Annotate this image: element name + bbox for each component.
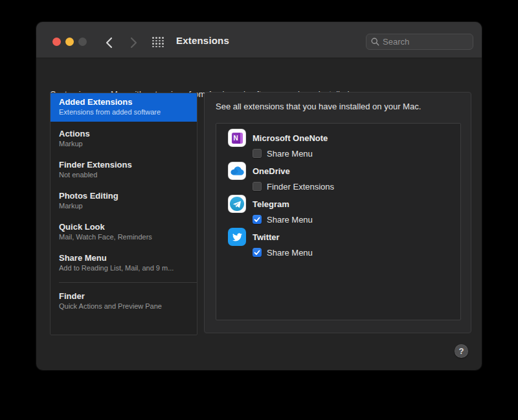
close-window-button[interactable] xyxy=(52,38,61,46)
search-icon xyxy=(371,38,379,46)
cloud-icon xyxy=(231,166,244,175)
sidebar-item-title: Finder xyxy=(59,291,190,302)
sidebar-item-added-extensions[interactable]: Added Extensions Extensions from added s… xyxy=(51,93,197,122)
content-header: See all extensions that you have install… xyxy=(216,102,421,111)
installed-extensions-list: N Microsoft OneNote Share Menu xyxy=(216,123,461,320)
extension-row-twitter: Twitter Share Menu xyxy=(228,228,460,258)
sidebar-item-photos-editing[interactable]: Photos Editing Markup xyxy=(51,186,197,215)
sidebar-item-subtitle: Not enabled xyxy=(59,170,190,179)
checkbox-checked[interactable] xyxy=(253,215,262,224)
twitter-icon xyxy=(228,228,246,246)
checkbox-checked[interactable] xyxy=(253,248,262,257)
help-button[interactable]: ? xyxy=(455,344,468,358)
sidebar-item-title: Photos Editing xyxy=(59,190,190,201)
option-label: Share Menu xyxy=(267,149,313,159)
forward-button[interactable] xyxy=(126,34,141,51)
added-extensions-panel: See all extensions that you have install… xyxy=(204,92,471,333)
telegram-icon xyxy=(228,195,246,213)
onenote-share-menu-option[interactable]: Share Menu xyxy=(253,148,460,159)
sidebar-item-quick-look[interactable]: Quick Look Mail, Watch Face, Reminders xyxy=(51,217,197,246)
chevron-right-icon xyxy=(130,37,137,49)
extension-category-list: Added Extensions Extensions from added s… xyxy=(50,93,197,335)
extension-name: Twitter xyxy=(253,232,280,242)
extension-name: OneDrive xyxy=(253,166,290,176)
twitter-bird-icon xyxy=(232,232,243,242)
extension-row-telegram: Telegram Share Menu xyxy=(228,195,460,225)
zoom-window-button-disabled[interactable] xyxy=(78,38,87,46)
checkmark-icon xyxy=(254,217,260,223)
sidebar-item-subtitle: Quick Actions and Preview Pane xyxy=(59,302,190,311)
sidebar-item-finder-extensions[interactable]: Finder Extensions Not enabled xyxy=(51,155,197,184)
sidebar-item-title: Share Menu xyxy=(59,252,190,263)
option-label: Share Menu xyxy=(267,248,313,258)
onedrive-finder-extensions-option[interactable]: Finder Extensions xyxy=(253,181,460,192)
sidebar-item-subtitle: Markup xyxy=(59,201,190,210)
sidebar-item-share-menu[interactable]: Share Menu Add to Reading List, Mail, an… xyxy=(51,249,197,277)
sidebar-item-finder[interactable]: Finder Quick Actions and Preview Pane xyxy=(51,287,197,315)
option-label: Share Menu xyxy=(267,215,313,225)
onedrive-icon xyxy=(228,162,246,180)
sidebar-item-actions[interactable]: Actions Markup xyxy=(51,124,197,153)
sidebar-item-title: Finder Extensions xyxy=(59,159,190,170)
show-all-preferences-button[interactable] xyxy=(152,36,164,48)
extension-name: Microsoft OneNote xyxy=(253,133,328,143)
extension-row-onedrive: OneDrive Finder Extensions xyxy=(228,162,460,192)
extension-row-onenote: N Microsoft OneNote Share Menu xyxy=(228,129,460,159)
chevron-left-icon xyxy=(106,37,113,49)
sidebar-item-title: Quick Look xyxy=(59,221,190,232)
sidebar-item-title: Added Extensions xyxy=(59,96,190,107)
sidebar-item-subtitle: Mail, Watch Face, Reminders xyxy=(59,232,190,241)
sidebar-item-subtitle: Extensions from added software xyxy=(59,107,190,116)
sidebar-item-title: Actions xyxy=(59,128,190,139)
telegram-share-menu-option[interactable]: Share Menu xyxy=(253,214,460,225)
search-field[interactable] xyxy=(366,34,473,50)
checkmark-icon xyxy=(254,250,260,256)
checkbox-unchecked[interactable] xyxy=(253,182,262,191)
window-title: Extensions xyxy=(176,35,229,46)
sidebar-item-subtitle: Markup xyxy=(59,139,190,148)
sidebar-divider xyxy=(59,282,197,283)
titlebar[interactable]: Extensions xyxy=(36,22,482,58)
system-preferences-extensions-window: Extensions Customize your Mac with exten… xyxy=(36,22,482,370)
back-button[interactable] xyxy=(101,34,117,51)
desktop-background: Extensions Customize your Mac with exten… xyxy=(0,0,518,420)
option-label: Finder Extensions xyxy=(267,182,334,192)
onenote-icon: N xyxy=(228,129,246,147)
sidebar-item-subtitle: Add to Reading List, Mail, and 9 m... xyxy=(59,263,190,272)
twitter-share-menu-option[interactable]: Share Menu xyxy=(253,247,460,258)
extension-name: Telegram xyxy=(253,199,289,209)
search-input[interactable] xyxy=(383,37,468,47)
checkbox-unchecked[interactable] xyxy=(253,149,262,158)
minimize-window-button[interactable] xyxy=(65,38,74,46)
paper-plane-icon xyxy=(233,201,241,208)
